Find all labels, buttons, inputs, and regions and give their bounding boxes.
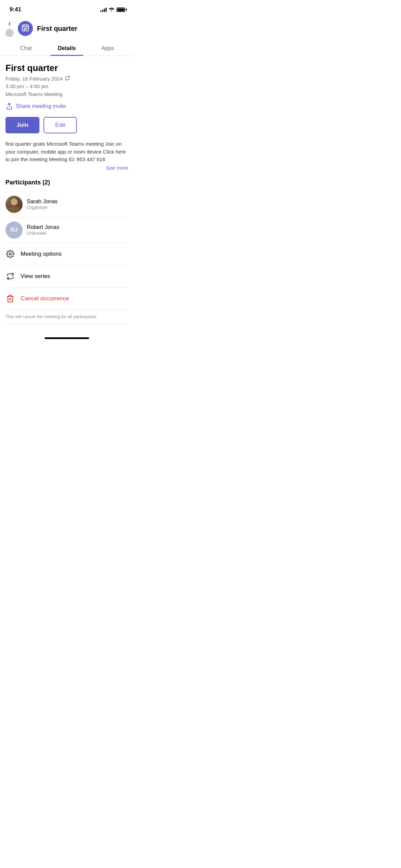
meeting-options-label: Meeting options <box>21 251 62 257</box>
recurring-icon <box>65 75 70 82</box>
participant-info: Sarah Jonas Organiser <box>27 198 58 210</box>
action-buttons: Join Edit <box>5 117 128 133</box>
home-indicator <box>0 330 134 342</box>
participant-role: Organiser <box>27 205 58 210</box>
cancel-occurrence-item[interactable]: Cancel occurrence <box>5 288 128 310</box>
svg-rect-5 <box>25 28 26 29</box>
back-avatar <box>5 29 14 37</box>
see-more-button[interactable]: See more <box>5 165 128 171</box>
back-button[interactable]: ‹ <box>5 20 14 37</box>
meeting-title: First quarter <box>5 63 128 73</box>
status-bar: 9:41 <box>0 0 134 17</box>
tabs-bar: Chat Details Apps <box>0 41 134 56</box>
gear-icon <box>5 249 15 259</box>
wifi-icon <box>109 7 114 12</box>
tab-chat[interactable]: Chat <box>5 41 46 56</box>
participant-item: RJ Robert Jonas Unknown <box>5 217 128 243</box>
repeat-icon <box>5 272 15 281</box>
signal-icon <box>100 8 107 12</box>
cancel-note: This will cancel the meeting for all par… <box>5 310 128 324</box>
meeting-icon-container <box>18 21 33 36</box>
share-meeting-invite[interactable]: Share meeting invite <box>5 103 128 110</box>
view-series-item[interactable]: View series <box>5 265 128 288</box>
participant-item: Sarah Jonas Organiser <box>5 192 128 217</box>
sarah-avatar <box>5 196 23 213</box>
meeting-options-item[interactable]: Meeting options <box>5 243 128 265</box>
robert-avatar: RJ <box>5 221 23 239</box>
home-bar <box>45 337 89 339</box>
participant-role: Unknown <box>27 230 59 236</box>
meeting-description: first quarter goals Microsoft Teams meet… <box>5 140 128 164</box>
svg-point-9 <box>9 253 11 255</box>
details-content: First quarter Friday, 16 February 2024 3… <box>0 56 134 330</box>
edit-button[interactable]: Edit <box>44 117 77 133</box>
svg-rect-7 <box>24 29 25 30</box>
battery-icon <box>117 8 127 12</box>
status-icons <box>100 7 127 12</box>
share-icon <box>5 103 13 110</box>
back-arrow-icon: ‹ <box>8 20 11 27</box>
calendar-grid-icon <box>21 24 29 34</box>
status-time: 9:41 <box>10 6 21 13</box>
svg-rect-4 <box>24 28 25 29</box>
meeting-type: Microsoft Teams Meeting <box>5 91 128 97</box>
meeting-date: Friday, 16 February 2024 <box>5 75 128 82</box>
participant-name: Sarah Jonas <box>27 198 58 205</box>
join-button[interactable]: Join <box>5 117 39 133</box>
participants-title: Participants (2) <box>5 179 128 186</box>
meeting-time: 3:30 pm – 4:00 pm <box>5 83 128 89</box>
svg-rect-8 <box>25 29 26 30</box>
participant-name: Robert Jonas <box>27 224 59 230</box>
header-title: First quarter <box>37 25 77 33</box>
cancel-occurrence-label: Cancel occurrence <box>21 295 69 302</box>
svg-rect-6 <box>26 28 27 29</box>
trash-icon <box>5 294 15 303</box>
tab-apps[interactable]: Apps <box>87 41 128 56</box>
header: ‹ First quarter <box>0 17 134 41</box>
view-series-label: View series <box>21 273 50 280</box>
participant-info: Robert Jonas Unknown <box>27 224 59 236</box>
tab-details[interactable]: Details <box>46 41 87 56</box>
